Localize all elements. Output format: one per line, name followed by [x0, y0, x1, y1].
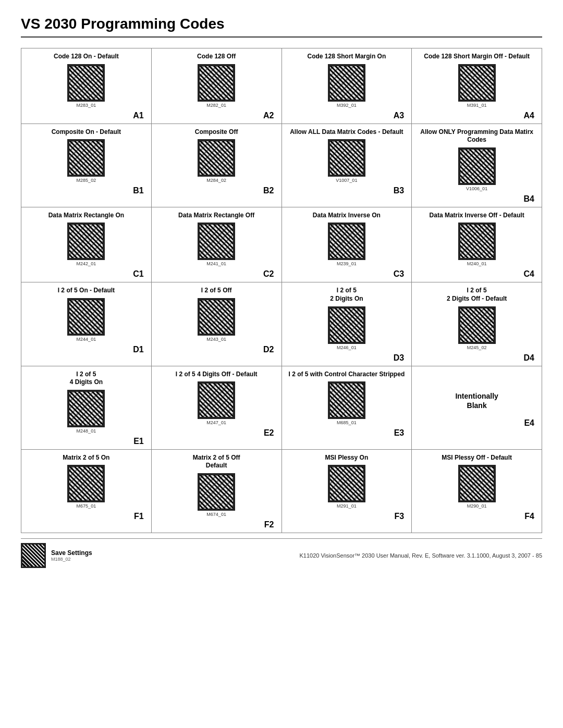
cell-id-b2: B2: [157, 186, 276, 195]
cell-barcode-d3: M246_01: [287, 306, 407, 350]
barcode-code-b4: V1006_01: [466, 186, 487, 191]
cell-barcode-b4: V1006_01: [417, 147, 536, 191]
table-cell-d1: I 2 of 5 On - DefaultM244_01D1: [21, 282, 152, 366]
cell-id-e1: E1: [27, 437, 146, 446]
table-cell-a1: Code 128 On - DefaultM283_01A1: [21, 48, 152, 124]
title-divider: [21, 36, 542, 38]
cell-id-d1: D1: [27, 345, 146, 354]
barcode-image-m282_01: [198, 64, 235, 102]
table-cell-f1: Matrix 2 of 5 OnM675_01F1: [21, 449, 152, 533]
barcode-code-b3: V1007_01: [336, 178, 357, 183]
barcode-code-c4: M240_01: [467, 261, 487, 266]
barcode-image-m241_01: [198, 223, 235, 260]
cell-label-a1: Code 128 On - Default: [27, 53, 146, 61]
barcode-image-m239_01: [328, 223, 365, 260]
barcode-code-d1: M244_01: [77, 337, 96, 342]
table-cell-c2: Data Matrix Rectangle OffM241_01C2: [151, 207, 282, 282]
table-cell-d4: I 2 of 5 2 Digits Off - DefaultM245_02D4: [412, 282, 542, 366]
cell-label-d4: I 2 of 5 2 Digits Off - Default: [417, 287, 536, 303]
cell-barcode-a1: M283_01: [27, 64, 146, 108]
table-cell-f2: Matrix 2 of 5 Off DefaultM674_01F2: [151, 449, 282, 533]
barcode-image-m246_01: [328, 306, 365, 344]
barcode-code-a3: M392_01: [337, 103, 357, 108]
cell-id-b1: B1: [27, 186, 146, 195]
footer: Save Settings M188_02 K11020 VisionSenso…: [21, 538, 542, 568]
cell-label-f3: MSI Plessy On: [287, 454, 407, 462]
cell-label-d1: I 2 of 5 On - Default: [27, 287, 146, 295]
table-cell-c3: Data Matrix Inverse OnM239_01C3: [282, 207, 412, 282]
barcode-code-d2: M243_01: [206, 337, 226, 342]
barcode-image-m245_02: [458, 306, 496, 344]
barcode-image-m243_01: [198, 298, 235, 336]
cell-barcode-b3: V1007_01: [287, 139, 407, 183]
cell-id-c4: C4: [417, 269, 536, 279]
barcode-code-c2: M241_01: [206, 261, 226, 266]
cell-id-d3: D3: [287, 353, 407, 363]
cell-id-f2: F2: [157, 520, 276, 529]
cell-label-c2: Data Matrix Rectangle Off: [157, 212, 276, 220]
cell-label-d2: I 2 of 5 Off: [157, 287, 276, 295]
cell-id-f1: F1: [27, 512, 146, 521]
barcode-code-a1: M283_01: [77, 103, 96, 108]
cell-label-a3: Code 128 Short Margin On: [287, 53, 407, 61]
cell-id-e4: E4: [417, 418, 536, 428]
page-title: VS 2030 Programming Codes: [21, 16, 542, 32]
cell-barcode-a4: M391_01: [417, 64, 536, 108]
cell-label-f1: Matrix 2 of 5 On: [27, 454, 146, 462]
cell-id-a2: A2: [157, 111, 276, 120]
cell-id-c2: C2: [157, 269, 276, 279]
barcode-image-m674_01: [198, 473, 235, 511]
cell-barcode-d2: M243_01: [157, 298, 276, 342]
cell-label-b1: Composite On - Default: [27, 128, 146, 137]
cell-barcode-c4: M240_01: [417, 223, 536, 266]
barcode-image-m283_01: [67, 64, 105, 102]
cell-barcode-f4: M290_01: [417, 465, 536, 509]
barcode-image-m285_02: [67, 139, 105, 177]
table-cell-d2: I 2 of 5 OffM243_01D2: [151, 282, 282, 366]
cell-id-c3: C3: [287, 269, 407, 279]
table-cell-e2: I 2 of 5 4 Digits Off - DefaultM247_01E2: [151, 366, 282, 449]
cell-label-c1: Data Matrix Rectangle On: [27, 212, 146, 220]
cell-barcode-d4: M245_02: [417, 306, 536, 350]
cell-id-d2: D2: [157, 345, 276, 354]
cell-barcode-b1: M285_02: [27, 139, 146, 183]
cell-id-f3: F3: [287, 512, 407, 521]
table-cell-b1: Composite On - DefaultM285_02B1: [21, 124, 152, 207]
barcode-image-m244_01: [67, 298, 105, 336]
cell-label-a4: Code 128 Short Margin Off - Default: [417, 53, 536, 61]
table-cell-f4: MSI Plessy Off - DefaultM290_01F4: [412, 449, 542, 533]
save-settings-label: Save Settings: [51, 549, 92, 557]
table-cell-f3: MSI Plessy OnM291_01F3: [282, 449, 412, 533]
cell-id-e2: E2: [157, 428, 276, 438]
cell-barcode-d1: M244_01: [27, 298, 146, 342]
barcode-image-m240_01: [458, 223, 496, 260]
table-cell-b4: Allow ONLY Programming Data Matirx Codes…: [412, 124, 542, 207]
cell-label-e3: I 2 of 5 with Control Character Stripped: [287, 371, 407, 379]
cell-label-d3: I 2 of 5 2 Digits On: [287, 287, 407, 303]
cell-label-b3: Allow ALL Data Matrix Codes - Default: [287, 128, 407, 137]
barcode-image-m284_02: [198, 139, 235, 177]
cell-id-a4: A4: [417, 111, 536, 120]
footer-left: Save Settings M188_02: [21, 543, 92, 568]
cell-barcode-e2: M247_01: [157, 381, 276, 425]
save-settings-code: M188_02: [51, 557, 92, 562]
barcode-image-m248_01: [67, 390, 105, 427]
barcode-code-e2: M247_01: [206, 420, 226, 425]
barcode-code-c1: M242_01: [77, 261, 96, 266]
cell-label-c3: Data Matrix Inverse On: [287, 212, 407, 220]
table-cell-a2: Code 128 OffM282_01A2: [151, 48, 282, 124]
barcode-image-m391_01: [458, 64, 496, 102]
cell-id-e3: E3: [287, 428, 407, 438]
barcode-code-f3: M291_01: [337, 503, 357, 509]
barcode-code-e3: M685_01: [337, 420, 357, 425]
cell-barcode-e3: M685_01: [287, 381, 407, 425]
cell-barcode-a3: M392_01: [287, 64, 407, 108]
cell-label-f4: MSI Plessy Off - Default: [417, 454, 536, 462]
barcode-image-m247_01: [198, 381, 235, 419]
table-cell-d3: I 2 of 5 2 Digits OnM246_01D3: [282, 282, 412, 366]
cell-barcode-c2: M241_01: [157, 223, 276, 266]
cell-barcode-f2: M674_01: [157, 473, 276, 517]
cell-id-a3: A3: [287, 111, 407, 120]
cell-id-d4: D4: [417, 353, 536, 363]
barcode-image-m675_01: [67, 465, 105, 502]
